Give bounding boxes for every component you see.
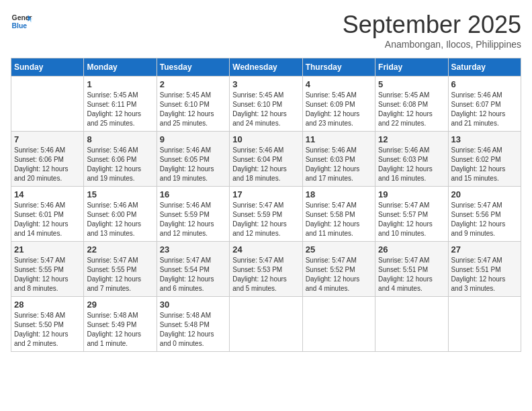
calendar-cell: 12Sunrise: 5:46 AM Sunset: 6:03 PM Dayli… [375,132,448,187]
day-number: 10 [232,134,299,144]
title-section: September 2025 Anambongan, Ilocos, Phili… [343,11,521,50]
day-info: Sunrise: 5:47 AM Sunset: 5:55 PM Dayligh… [87,256,153,293]
calendar-cell: 3Sunrise: 5:45 AM Sunset: 6:10 PM Daylig… [230,77,302,132]
day-number: 4 [306,79,372,89]
day-info: Sunrise: 5:46 AM Sunset: 6:01 PM Dayligh… [14,201,81,238]
page-header: General Blue September 2025 Anambongan, … [11,11,521,50]
day-info: Sunrise: 5:46 AM Sunset: 6:04 PM Dayligh… [232,146,299,183]
day-number: 20 [451,189,518,199]
day-info: Sunrise: 5:47 AM Sunset: 5:55 PM Dayligh… [14,256,81,293]
calendar-cell: 28Sunrise: 5:48 AM Sunset: 5:50 PM Dayli… [11,297,84,352]
day-info: Sunrise: 5:46 AM Sunset: 6:05 PM Dayligh… [160,146,226,183]
weekday-header-saturday: Saturday [448,58,521,77]
weekday-header-tuesday: Tuesday [157,58,229,77]
day-info: Sunrise: 5:48 AM Sunset: 5:48 PM Dayligh… [160,311,226,349]
calendar-cell: 24Sunrise: 5:47 AM Sunset: 5:53 PM Dayli… [230,242,302,297]
day-info: Sunrise: 5:48 AM Sunset: 5:50 PM Dayligh… [14,311,81,349]
day-number: 15 [87,189,153,199]
day-number: 3 [232,79,299,89]
calendar-cell: 20Sunrise: 5:47 AM Sunset: 5:56 PM Dayli… [448,187,521,242]
calendar-week-2: 7Sunrise: 5:46 AM Sunset: 6:06 PM Daylig… [11,132,521,187]
day-number: 7 [14,134,81,144]
day-info: Sunrise: 5:46 AM Sunset: 6:06 PM Dayligh… [14,146,81,183]
calendar-cell: 21Sunrise: 5:47 AM Sunset: 5:55 PM Dayli… [11,242,84,297]
month-title: September 2025 [343,11,521,39]
day-number: 28 [14,300,81,310]
calendar-cell: 7Sunrise: 5:46 AM Sunset: 6:06 PM Daylig… [11,132,84,187]
day-number: 2 [160,79,226,89]
calendar-cell: 5Sunrise: 5:45 AM Sunset: 6:08 PM Daylig… [375,77,448,132]
calendar-cell [302,297,375,352]
day-info: Sunrise: 5:45 AM Sunset: 6:08 PM Dayligh… [378,91,445,128]
calendar-week-1: 1Sunrise: 5:45 AM Sunset: 6:11 PM Daylig… [11,77,521,132]
day-info: Sunrise: 5:45 AM Sunset: 6:11 PM Dayligh… [87,91,153,128]
calendar-cell: 8Sunrise: 5:46 AM Sunset: 6:06 PM Daylig… [84,132,157,187]
day-number: 25 [306,244,372,255]
weekday-header-thursday: Thursday [302,58,375,77]
day-info: Sunrise: 5:47 AM Sunset: 5:52 PM Dayligh… [306,256,372,293]
day-info: Sunrise: 5:47 AM Sunset: 5:51 PM Dayligh… [451,256,518,293]
day-info: Sunrise: 5:47 AM Sunset: 5:58 PM Dayligh… [306,201,372,238]
day-info: Sunrise: 5:46 AM Sunset: 6:03 PM Dayligh… [306,146,372,183]
calendar-cell: 11Sunrise: 5:46 AM Sunset: 6:03 PM Dayli… [302,132,375,187]
calendar-cell [230,297,302,352]
day-number: 16 [160,189,226,199]
day-number: 26 [378,244,445,255]
svg-text:Blue: Blue [12,22,28,30]
day-info: Sunrise: 5:47 AM Sunset: 5:51 PM Dayligh… [378,256,445,293]
calendar-cell: 9Sunrise: 5:46 AM Sunset: 6:05 PM Daylig… [157,132,229,187]
day-number: 30 [160,300,226,310]
calendar-header-row: SundayMondayTuesdayWednesdayThursdayFrid… [11,58,521,77]
day-info: Sunrise: 5:46 AM Sunset: 6:02 PM Dayligh… [451,146,518,183]
calendar-cell: 14Sunrise: 5:46 AM Sunset: 6:01 PM Dayli… [11,187,84,242]
day-info: Sunrise: 5:46 AM Sunset: 6:06 PM Dayligh… [87,146,153,183]
calendar-cell: 19Sunrise: 5:47 AM Sunset: 5:57 PM Dayli… [375,187,448,242]
day-number: 6 [451,79,518,89]
day-number: 17 [232,189,299,199]
day-number: 29 [87,300,153,310]
day-number: 8 [87,134,153,144]
weekday-header-wednesday: Wednesday [230,58,302,77]
day-number: 24 [232,244,299,255]
day-info: Sunrise: 5:47 AM Sunset: 5:56 PM Dayligh… [451,201,518,238]
calendar-week-4: 21Sunrise: 5:47 AM Sunset: 5:55 PM Dayli… [11,242,521,297]
calendar-cell: 13Sunrise: 5:46 AM Sunset: 6:02 PM Dayli… [448,132,521,187]
day-number: 5 [378,79,445,89]
day-info: Sunrise: 5:48 AM Sunset: 5:49 PM Dayligh… [87,311,153,349]
calendar-cell: 30Sunrise: 5:48 AM Sunset: 5:48 PM Dayli… [157,297,229,352]
logo: General Blue [11,11,32,32]
location-subtitle: Anambongan, Ilocos, Philippines [343,39,521,50]
day-number: 9 [160,134,226,144]
calendar-cell: 1Sunrise: 5:45 AM Sunset: 6:11 PM Daylig… [84,77,157,132]
day-info: Sunrise: 5:47 AM Sunset: 5:53 PM Dayligh… [232,256,299,293]
calendar-table: SundayMondayTuesdayWednesdayThursdayFrid… [11,58,521,352]
calendar-cell: 27Sunrise: 5:47 AM Sunset: 5:51 PM Dayli… [448,242,521,297]
weekday-header-friday: Friday [375,58,448,77]
calendar-cell: 4Sunrise: 5:45 AM Sunset: 6:09 PM Daylig… [302,77,375,132]
day-number: 11 [306,134,372,144]
logo-icon: General Blue [11,11,32,32]
day-number: 1 [87,79,153,89]
calendar-cell: 16Sunrise: 5:46 AM Sunset: 5:59 PM Dayli… [157,187,229,242]
day-number: 14 [14,189,81,199]
calendar-cell [375,297,448,352]
day-number: 21 [14,244,81,255]
day-info: Sunrise: 5:47 AM Sunset: 5:57 PM Dayligh… [378,201,445,238]
day-number: 22 [87,244,153,255]
day-info: Sunrise: 5:45 AM Sunset: 6:09 PM Dayligh… [306,91,372,128]
calendar-week-3: 14Sunrise: 5:46 AM Sunset: 6:01 PM Dayli… [11,187,521,242]
calendar-cell: 17Sunrise: 5:47 AM Sunset: 5:59 PM Dayli… [230,187,302,242]
calendar-cell: 10Sunrise: 5:46 AM Sunset: 6:04 PM Dayli… [230,132,302,187]
weekday-header-monday: Monday [84,58,157,77]
calendar-cell [11,77,84,132]
day-info: Sunrise: 5:46 AM Sunset: 6:00 PM Dayligh… [87,201,153,238]
day-info: Sunrise: 5:46 AM Sunset: 5:59 PM Dayligh… [160,201,226,238]
weekday-header-sunday: Sunday [11,58,84,77]
calendar-cell: 23Sunrise: 5:47 AM Sunset: 5:54 PM Dayli… [157,242,229,297]
day-number: 12 [378,134,445,144]
calendar-cell: 6Sunrise: 5:46 AM Sunset: 6:07 PM Daylig… [448,77,521,132]
day-number: 18 [306,189,372,199]
day-info: Sunrise: 5:45 AM Sunset: 6:10 PM Dayligh… [232,91,299,128]
calendar-cell: 25Sunrise: 5:47 AM Sunset: 5:52 PM Dayli… [302,242,375,297]
day-info: Sunrise: 5:46 AM Sunset: 6:03 PM Dayligh… [378,146,445,183]
